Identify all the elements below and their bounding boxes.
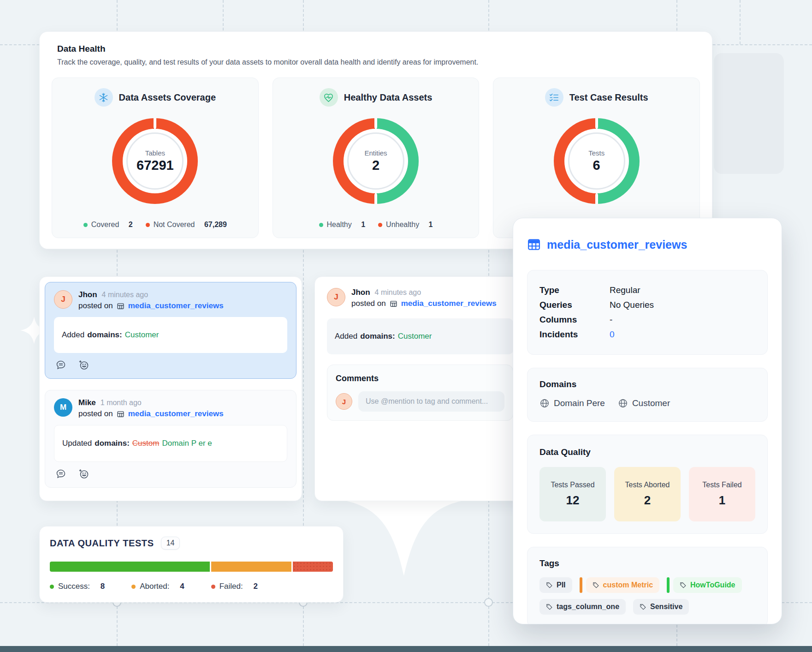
table-link[interactable]: media_customer_reviews <box>128 409 224 419</box>
removed-value: Custom <box>132 439 160 448</box>
page-subtitle: Track the coverage, quality, and test re… <box>57 58 700 66</box>
user-name: Jhon <box>78 290 97 299</box>
tag-color-bar <box>667 577 670 593</box>
posted-on-label: posted on <box>78 409 113 419</box>
donut-center-value: 6 <box>593 158 600 173</box>
tests-count-badge: 14 <box>161 537 180 550</box>
domain-item[interactable]: Domain Pere <box>539 398 605 408</box>
table-icon <box>527 238 541 251</box>
table-icon <box>117 410 124 418</box>
grid-line <box>740 0 741 44</box>
activity-content: Updated domains: Custom Domain P er e <box>54 425 287 462</box>
checklist-icon <box>545 88 563 107</box>
table-icon <box>390 300 397 308</box>
comment-icon[interactable] <box>55 468 66 479</box>
table-link[interactable]: media_customer_reviews <box>128 301 224 311</box>
activity-content: Added domains: Customer <box>327 318 513 354</box>
activity-item[interactable]: M Mike 1 month ago posted on media_custo… <box>45 390 296 488</box>
activity-header: M Mike 1 month ago posted on media_custo… <box>54 398 287 419</box>
info-row: TypeRegular <box>539 283 755 298</box>
domain-item[interactable]: Customer <box>618 398 670 408</box>
tag-icon <box>640 604 646 610</box>
info-row: Incidents0 <box>539 327 755 342</box>
stat-card-header: Data Assets Coverage <box>95 88 216 107</box>
decorative-card <box>714 53 784 174</box>
table-link[interactable]: media_customer_reviews <box>401 299 497 308</box>
stat-cards-row: Data Assets Coverage Tables 67291 Covere… <box>52 78 700 238</box>
orange-dot-icon <box>131 585 136 589</box>
tags-title: Tags <box>539 558 755 568</box>
tag-pill[interactable]: custom Metric <box>580 577 659 593</box>
tag-icon <box>546 604 553 610</box>
tests-donut-chart: Tests 6 <box>554 118 640 204</box>
coverage-donut-chart: Tables 67291 <box>112 118 198 204</box>
tag-pill[interactable]: tags_column_one <box>539 599 626 615</box>
tag-icon <box>680 582 687 589</box>
snowflake-icon <box>95 88 113 107</box>
posted-on-label: posted on <box>351 299 386 308</box>
added-value: Customer <box>398 332 432 341</box>
stat-card-healthy: Healthy Data Assets Entities 2 Healthy 1… <box>273 78 480 238</box>
activity-actions <box>55 359 287 371</box>
healthy-donut-chart: Entities 2 <box>333 118 419 204</box>
grid-node <box>484 598 493 607</box>
footer-bar <box>0 646 812 652</box>
data-quality-tests-title: DATA QUALITY TESTS <box>50 538 154 549</box>
stat-card-title: Data Assets Coverage <box>119 92 216 103</box>
data-quality-title: Data Quality <box>539 447 755 457</box>
legend-item: Healthy 1 <box>319 221 366 229</box>
stat-card-coverage: Data Assets Coverage Tables 67291 Covere… <box>52 78 259 238</box>
donut-center-value: 67291 <box>136 158 174 173</box>
donut-center-label: Tests <box>588 149 605 157</box>
red-dot-icon <box>378 223 382 227</box>
tests-progress-bar <box>50 562 333 572</box>
tests-aborted-stat: Tests Aborted 2 <box>614 467 681 521</box>
tests-passed-stat: Tests Passed 12 <box>539 467 606 521</box>
domains-section: Domains Domain Pere Customer <box>527 368 768 422</box>
stat-card-header: Test Case Results <box>545 88 648 107</box>
tests-failed-stat: Tests Failed 1 <box>689 467 755 521</box>
tests-legend: Success: 8 Aborted: 4 Failed: 2 <box>50 582 333 591</box>
comments-title: Comments <box>336 374 504 383</box>
tag-pill[interactable]: Sensitive <box>633 599 689 615</box>
stat-card-header: Healthy Data Assets <box>320 88 433 107</box>
green-dot-icon <box>50 585 54 589</box>
success-segment <box>50 562 210 572</box>
tags-section: Tags PII custom Metric <box>527 547 768 624</box>
aborted-segment <box>211 562 291 572</box>
table-icon <box>117 302 124 310</box>
red-dot-icon <box>211 585 215 589</box>
donut-center-label: Tables <box>145 149 165 157</box>
tag-icon <box>593 582 599 589</box>
add-reaction-icon[interactable] <box>78 468 89 479</box>
activity-item-selected[interactable]: J Jhon 4 minutes ago posted on media_cus… <box>45 282 296 379</box>
donut-legend: Healthy 1 Unhealthy 1 <box>319 221 433 229</box>
add-reaction-icon[interactable] <box>78 359 89 371</box>
domains-title: Domains <box>539 379 755 389</box>
dashboard-page: Data Health Track the coverage, quality,… <box>0 0 812 652</box>
activity-content: Added domains: Customer <box>54 317 287 353</box>
timestamp: 4 minutes ago <box>375 288 421 297</box>
activity-actions <box>55 468 287 479</box>
table-name-link[interactable]: media_customer_reviews <box>547 238 687 251</box>
green-dot-icon <box>319 223 323 227</box>
comments-section: Comments J <box>327 365 513 421</box>
timestamp: 1 month ago <box>101 399 142 407</box>
stat-card-tests: Test Case Results Tests 6 <box>493 78 700 238</box>
comment-icon[interactable] <box>55 359 66 371</box>
data-health-card: Data Health Track the coverage, quality,… <box>39 31 712 249</box>
heart-pulse-icon <box>320 88 338 107</box>
legend-item: Covered 2 <box>83 221 133 229</box>
tag-pill[interactable]: PII <box>539 577 572 593</box>
timestamp: 4 minutes ago <box>102 291 148 299</box>
globe-icon <box>618 398 628 408</box>
failed-segment <box>293 562 333 572</box>
legend-item: Not Covered 67,289 <box>146 221 227 229</box>
globe-icon <box>539 398 550 408</box>
avatar: M <box>54 398 72 417</box>
tag-pill[interactable]: HowToGuide <box>667 577 741 593</box>
incidents-link[interactable]: 0 <box>610 327 615 342</box>
comment-input[interactable] <box>358 391 504 412</box>
chevron-decoration <box>345 496 463 579</box>
donut-center-label: Entities <box>364 149 387 157</box>
